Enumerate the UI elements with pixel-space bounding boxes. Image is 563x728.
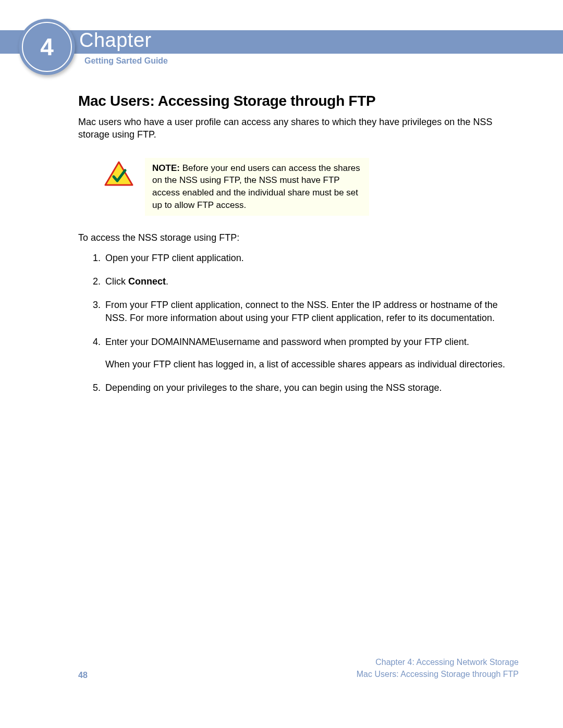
guide-label: Getting Sarted Guide	[84, 56, 168, 66]
footer-section-line: Mac Users: Accessing Storage through FTP	[357, 669, 519, 680]
chapter-badge: 4	[19, 19, 75, 75]
steps-list: Open your FTP client application. Click …	[78, 252, 521, 394]
warning-check-icon	[104, 161, 133, 187]
chapter-label: Chapter	[79, 29, 152, 52]
step-2-prefix: Click	[105, 276, 128, 287]
step-4: Enter your DOMAINNAME\username and passw…	[103, 336, 521, 371]
chapter-badge-ring: 4	[22, 22, 72, 72]
step-5: Depending on your privileges to the shar…	[103, 381, 521, 394]
note-text: NOTE: Before your end users can access t…	[145, 158, 369, 216]
page-number: 48	[78, 671, 88, 680]
page-footer: 48 Chapter 4: Accessing Network Storage …	[78, 657, 519, 680]
step-2: Click Connect.	[103, 275, 521, 288]
step-2-suffix: .	[166, 276, 168, 287]
intro-paragraph: Mac users who have a user profile can ac…	[78, 116, 521, 141]
note-body: Before your end users can access the sha…	[152, 163, 360, 210]
page-content: Mac Users: Accessing Storage through FTP…	[78, 93, 521, 405]
steps-lead: To access the NSS storage using FTP:	[78, 232, 521, 243]
step-2-bold: Connect	[128, 276, 166, 287]
step-3: From your FTP client application, connec…	[103, 299, 521, 325]
note-label: NOTE:	[152, 163, 180, 173]
section-title: Mac Users: Accessing Storage through FTP	[78, 93, 521, 109]
chapter-number: 4	[40, 33, 54, 61]
step-4-extra: When your FTP client has logged in, a li…	[105, 358, 521, 371]
step-4-text: Enter your DOMAINNAME\username and passw…	[105, 337, 469, 347]
step-1: Open your FTP client application.	[103, 252, 521, 265]
footer-chapter-line: Chapter 4: Accessing Network Storage	[357, 657, 519, 668]
note-block: NOTE: Before your end users can access t…	[78, 158, 521, 216]
footer-right: Chapter 4: Accessing Network Storage Mac…	[357, 657, 519, 680]
svg-marker-0	[105, 162, 132, 185]
